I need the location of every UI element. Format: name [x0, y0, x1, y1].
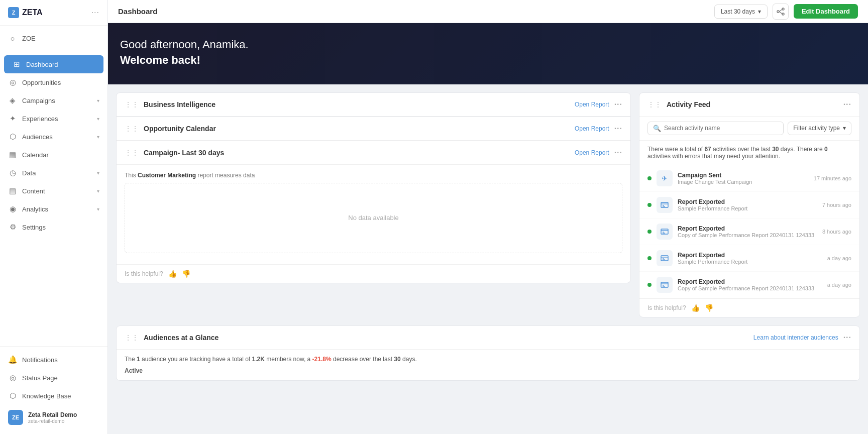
campaign-report-card: ⋮⋮ Campaign- Last 30 days Open Report ··… — [116, 141, 631, 283]
drag-handle-audiences[interactable]: ⋮⋮ — [125, 334, 139, 342]
campaigns-chevron: ▾ — [97, 98, 99, 103]
activity-info: Report Exported Copy of Sample Performan… — [678, 225, 817, 238]
audiences-more-button[interactable]: ··· — [843, 333, 851, 342]
activity-sub: Copy of Sample Performance Report 202401… — [678, 232, 817, 238]
left-column: ⋮⋮ Business Intelligence Open Report ···… — [116, 92, 631, 317]
sidebar-item-settings[interactable]: ⚙ Settings — [0, 218, 107, 236]
activity-feed-card: ⋮⋮ Activity Feed ··· 🔍 Filter activity t… — [639, 92, 860, 317]
sidebar-zoe-section: ○ ZOE — [0, 26, 107, 51]
sidebar-label-campaigns: Campaigns — [22, 97, 92, 104]
bi-more-button[interactable]: ··· — [614, 100, 622, 109]
sidebar-item-zoe[interactable]: ○ ZOE — [0, 30, 107, 47]
sidebar-item-campaigns[interactable]: ◈ Campaigns ▾ — [0, 91, 107, 110]
campaign-more-button[interactable]: ··· — [614, 148, 622, 157]
activity-time: 17 minutes ago — [814, 175, 851, 181]
audiences-chevron: ▾ — [97, 134, 99, 140]
topbar: Dashboard Last 30 days ▾ Edit Dashboard — [108, 0, 868, 23]
activity-sub: Sample Performance Report — [678, 259, 822, 265]
date-range-button[interactable]: Last 30 days ▾ — [714, 5, 768, 19]
sidebar-item-opportunities[interactable]: ◎ Opportunities — [0, 73, 107, 91]
sidebar-item-analytics[interactable]: ◉ Analytics ▾ — [0, 200, 107, 218]
search-input-wrap: 🔍 — [647, 122, 784, 135]
activity-sub: Image Change Test Campaign — [678, 179, 809, 185]
sidebar-item-zoe-label: ZOE — [22, 35, 99, 42]
activity-thumbs-down[interactable]: 👎 — [705, 304, 713, 312]
sidebar-item-audiences[interactable]: ⬡ Audiences ▾ — [0, 128, 107, 146]
activity-type-icon: ✈ — [657, 170, 673, 186]
sidebar-item-notifications[interactable]: 🔔 Notifications — [0, 351, 107, 369]
sidebar-item-dashboard[interactable]: ⊞ Dashboard — [4, 55, 103, 73]
activity-type-icon — [657, 197, 673, 213]
sidebar-item-calendar[interactable]: ▦ Calendar — [0, 146, 107, 164]
date-range-label: Last 30 days — [721, 8, 755, 15]
sidebar-label-analytics: Analytics — [22, 205, 92, 213]
sidebar-user[interactable]: ZE Zeta Retail Demo zeta-retail-demo — [0, 405, 107, 430]
sidebar-item-content[interactable]: ▤ Content ▾ — [0, 182, 107, 200]
activity-type-icon — [657, 277, 673, 293]
activity-more-button[interactable]: ··· — [843, 100, 851, 109]
search-icon: 🔍 — [653, 125, 661, 132]
activity-dot — [647, 203, 652, 207]
activity-list: ✈ Campaign Sent Image Change Test Campai… — [639, 165, 859, 298]
bi-card-header: ⋮⋮ Business Intelligence Open Report ··· — [117, 93, 630, 117]
main-content: Dashboard Last 30 days ▾ Edit Dashboard — [108, 0, 868, 434]
sidebar-item-data[interactable]: ◷ Data ▾ — [0, 164, 107, 182]
user-avatar: ZE — [8, 410, 23, 425]
sidebar-item-status[interactable]: ◎ Status Page — [0, 369, 107, 387]
campaign-helpful-text: Is this helpful? — [125, 270, 163, 277]
drag-handle-activity[interactable]: ⋮⋮ — [647, 100, 662, 108]
drag-handle-oc[interactable]: ⋮⋮ — [125, 125, 139, 133]
activity-name: Campaign Sent — [678, 172, 809, 179]
share-button[interactable] — [773, 4, 789, 20]
app-logo: Z ZETA — [8, 7, 43, 18]
topbar-actions: Last 30 days ▾ Edit Dashboard — [714, 4, 858, 20]
activity-list-item[interactable]: Report Exported Copy of Sample Performan… — [639, 219, 859, 245]
activity-dot — [647, 230, 652, 234]
svg-point-0 — [782, 8, 784, 10]
filter-activity-select[interactable]: Filter activity type ▾ — [788, 122, 851, 135]
campaign-card-title: Campaign- Last 30 days — [144, 149, 570, 157]
date-range-chevron: ▾ — [758, 8, 761, 15]
oc-open-report[interactable]: Open Report — [575, 125, 609, 132]
no-data-message: No data available — [125, 183, 622, 253]
active-label: Active — [125, 367, 143, 374]
calendar-icon: ▦ — [8, 150, 17, 159]
audiences-title: Audiences at a Glance — [144, 334, 748, 342]
status-icon: ◎ — [8, 373, 17, 382]
campaigns-icon: ◈ — [8, 96, 17, 105]
sidebar-more-icon[interactable]: ··· — [91, 8, 99, 17]
dashboard-icon: ⊞ — [12, 60, 21, 69]
sidebar-item-knowledge[interactable]: ⬡ Knowledge Base — [0, 387, 107, 405]
campaign-open-report[interactable]: Open Report — [575, 149, 609, 156]
activity-list-item[interactable]: Report Exported Copy of Sample Performan… — [639, 272, 859, 298]
dashboard-grid: ⋮⋮ Business Intelligence Open Report ···… — [108, 84, 868, 325]
learn-audiences-link[interactable]: Learn about intender audiences — [753, 334, 838, 341]
user-name: Zeta Retail Demo — [28, 411, 77, 418]
activity-thumbs-up[interactable]: 👍 — [691, 304, 700, 312]
analytics-icon: ◉ — [8, 204, 17, 213]
activity-list-item[interactable]: Report Exported Sample Performance Repor… — [639, 245, 859, 272]
edit-dashboard-button[interactable]: Edit Dashboard — [794, 4, 858, 19]
thumbs-up-button[interactable]: 👍 — [168, 270, 177, 278]
drag-handle-campaign[interactable]: ⋮⋮ — [125, 149, 139, 157]
activity-dot — [647, 283, 652, 287]
analytics-chevron: ▾ — [97, 206, 99, 212]
drag-handle-bi[interactable]: ⋮⋮ — [125, 100, 139, 108]
activity-list-item[interactable]: ✈ Campaign Sent Image Change Test Campai… — [639, 165, 859, 192]
audiences-card: ⋮⋮ Audiences at a Glance Learn about int… — [116, 325, 860, 381]
activity-list-item[interactable]: Report Exported Sample Performance Repor… — [639, 192, 859, 219]
sidebar-label-calendar: Calendar — [22, 151, 99, 159]
thumbs-down-button[interactable]: 👎 — [182, 270, 190, 278]
activity-info: Report Exported Sample Performance Repor… — [678, 198, 817, 211]
search-activity-input[interactable] — [664, 125, 778, 132]
page-title: Dashboard — [118, 7, 157, 16]
stacked-cards: ⋮⋮ Business Intelligence Open Report ···… — [116, 92, 631, 283]
oc-more-button[interactable]: ··· — [614, 124, 622, 133]
campaign-card-footer: Is this helpful? 👍 👎 — [117, 264, 630, 283]
bi-open-report[interactable]: Open Report — [575, 101, 609, 108]
audiences-body: The 1 audience you are tracking have a t… — [117, 350, 859, 380]
audiences-header: ⋮⋮ Audiences at a Glance Learn about int… — [117, 326, 859, 350]
sidebar-item-experiences[interactable]: ✦ Experiences ▾ — [0, 110, 107, 128]
sidebar-label-content: Content — [22, 187, 92, 195]
greeting-line2: Welcome back! — [120, 53, 856, 68]
